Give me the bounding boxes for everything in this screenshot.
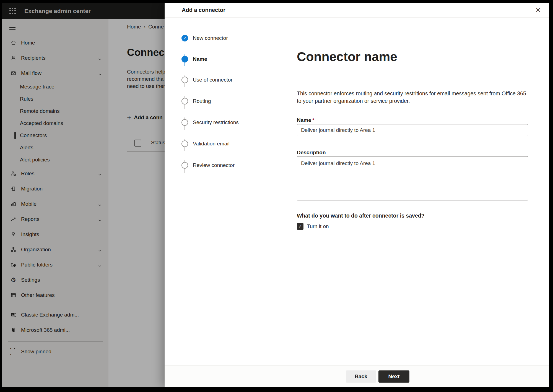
dialog-footer: Back Next (165, 365, 549, 387)
checkbox-checked-icon[interactable]: ✓ (297, 223, 303, 230)
step-upcoming-icon (181, 97, 189, 105)
required-marker: * (312, 117, 314, 123)
after-save-question: What do you want to do after connector i… (297, 213, 425, 219)
step-upcoming-icon (181, 161, 189, 169)
back-button[interactable]: Back (346, 370, 376, 383)
description-field-label: Description (297, 150, 326, 156)
wizard-page-title: Connector name (297, 49, 397, 64)
step-upcoming-icon (181, 119, 189, 126)
add-connector-dialog: Add a connector × ✓ New connector Name U… (165, 3, 549, 387)
app-window: Exchange admin center Home Recipients Ma… (2, 3, 549, 387)
turn-it-on-checkbox-row[interactable]: ✓ Turn it on (297, 223, 329, 230)
step-current-icon (181, 55, 189, 63)
dialog-header: Add a connector × (165, 3, 549, 18)
wizard-page-description: This connector enforces routing and secu… (297, 90, 526, 105)
step-upcoming-icon (181, 140, 189, 148)
wizard-steps: ✓ New connector Name Use of connector Ro… (165, 17, 278, 365)
description-textarea[interactable]: Deliver journal directly to Area 1 (297, 156, 528, 200)
step-completed-icon: ✓ (181, 34, 189, 42)
name-input[interactable] (297, 124, 528, 136)
checkbox-label: Turn it on (307, 223, 329, 229)
modal-dim-overlay (2, 3, 165, 387)
dialog-title: Add a connector (182, 3, 225, 17)
close-icon[interactable]: × (533, 5, 543, 15)
step-upcoming-icon (181, 76, 189, 84)
next-button[interactable]: Next (378, 370, 409, 383)
name-field-label: Name* (297, 117, 314, 123)
